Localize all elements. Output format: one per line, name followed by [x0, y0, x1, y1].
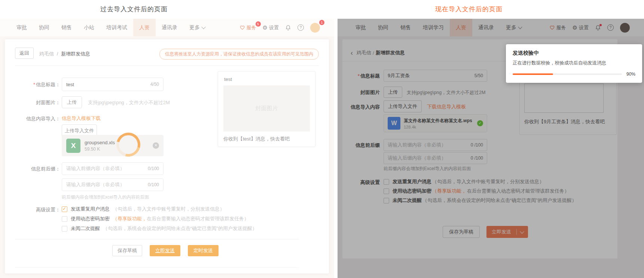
- advanced-label: 高级设置：: [8, 206, 60, 213]
- cover-label: 封面图片：: [8, 99, 60, 106]
- settings-label: 设置: [269, 24, 279, 31]
- back-button[interactable]: 返回: [15, 48, 34, 59]
- send-verify-toast: 发送校验中 正在进行数据校验，校验成功后自动发送消息 90%: [506, 44, 642, 83]
- toast-progress-fill: [513, 73, 553, 75]
- file-name: groupsend.xls: [85, 140, 115, 145]
- file-size: 59.50 K: [85, 146, 115, 152]
- suffix-counter: 0/100: [148, 182, 159, 187]
- nav-item-sales[interactable]: 销售: [55, 19, 78, 36]
- cover-hint: 支持jpg\jpeg\png，文件大小不超过2M: [88, 99, 170, 106]
- gear-icon: ⚙: [263, 25, 268, 30]
- service-heart-icon: [239, 25, 245, 30]
- breadcrumb-page: 新增群发信息: [61, 51, 90, 57]
- nav-item-more[interactable]: 更多: [183, 19, 211, 36]
- more-label: 更多: [189, 24, 200, 31]
- send-scheduled-button[interactable]: 定时发送: [188, 245, 219, 256]
- push-scope-notice: 信息将推送至人力资源应用，请保证接收信息的成员在该应用的可见范围内: [159, 49, 319, 60]
- premium-feature-note: （尊享版功能，: [113, 215, 147, 222]
- breadcrumb-app: 鸡毛信: [39, 51, 54, 57]
- notifications-button[interactable]: [285, 25, 291, 31]
- preview-title: test: [224, 76, 232, 82]
- prefix-placeholder: 请输入前缀内容（非必填）: [66, 165, 125, 172]
- avatar[interactable]: 1: [310, 23, 320, 33]
- left-nav: 审批 协同 销售 小站 培训考试 人资 通讯录 更多 服务 5 ⚙ 设置: [0, 19, 334, 36]
- service-label: 服务: [247, 24, 256, 31]
- excel-file-icon: X: [66, 139, 80, 153]
- prefix-suffix-help: 前后缀内容会增加到Excel导入的内容前后面: [62, 194, 149, 200]
- service-button[interactable]: 服务 5: [239, 24, 256, 31]
- preview-cover-placeholder: 封面图片: [223, 85, 310, 132]
- import-label: 信息内容导入：: [8, 115, 60, 122]
- settings-button[interactable]: ⚙ 设置: [263, 24, 279, 31]
- divider: [15, 66, 319, 66]
- title-counter: 4/50: [150, 82, 159, 87]
- help-button[interactable]: ?: [297, 24, 304, 31]
- prefix-input[interactable]: 请输入前缀内容（非必填） 0/100: [62, 162, 164, 175]
- nav-item-approval[interactable]: 审批: [10, 19, 33, 36]
- progress-track: [513, 73, 622, 75]
- advanced-option-duplicate[interactable]: 发送重复用户消息 （勾选后，导入文件中账号重复时，分别发送信息）: [62, 206, 225, 212]
- advanced-option-remind[interactable]: 未阅二次提醒 （勾选后，系统会在设定的时间给未点击“确定已查阅”的用户发送提醒）: [62, 225, 257, 232]
- form-actions: 保存草稿 立即发送 定时发送: [112, 245, 219, 256]
- chevron-down-icon: [201, 25, 205, 29]
- file-meta: groupsend.xls 59.50 K: [85, 140, 115, 152]
- send-now-button[interactable]: 立即发送: [150, 245, 180, 256]
- bell-icon: [285, 25, 291, 31]
- remove-file-icon[interactable]: [153, 142, 159, 149]
- right-page-title: 现在导入文件后的页面: [435, 5, 503, 13]
- title-input[interactable]: test 4/50: [62, 78, 164, 91]
- checkbox-password[interactable]: [62, 216, 67, 222]
- toast-title: 发送校验中: [513, 50, 635, 57]
- progress-percent: 90%: [626, 72, 635, 77]
- title-value: test: [66, 82, 74, 87]
- nav-item-training-exam[interactable]: 培训考试: [100, 19, 133, 36]
- preview-message: 你收到【test】消息，快去看吧: [223, 136, 290, 142]
- left-page-title: 过去导入文件后的页面: [100, 5, 168, 13]
- toast-description: 正在进行数据校验，校验成功后自动发送消息: [513, 60, 635, 66]
- left-nav-tools: 服务 5 ⚙ 设置 ? 1: [239, 19, 334, 36]
- upload-spinner-icon: [112, 128, 144, 161]
- breadcrumb: 鸡毛信 / 新增群发信息: [39, 51, 90, 57]
- left-page-body: 返回 鸡毛信 / 新增群发信息 信息将推送至人力资源应用，请保证接收信息的成员在…: [0, 36, 334, 278]
- divider: [15, 267, 299, 268]
- nav-item-hr[interactable]: 人资: [133, 19, 156, 36]
- nav-item-station[interactable]: 小站: [78, 19, 100, 36]
- question-icon: ?: [297, 24, 304, 31]
- checkbox-remind[interactable]: [62, 226, 67, 232]
- avatar-badge: 1: [319, 20, 324, 25]
- cover-upload-button[interactable]: 上传: [62, 96, 82, 108]
- cover-watermark: 封面图片: [256, 105, 278, 112]
- advanced-option-password[interactable]: 使用动态密码加密 （尊享版功能， 在后台需要输入动态密码才能管理该群发任务）: [62, 215, 249, 222]
- left-panel: 过去导入文件后的页面 审批 协同 销售 小站 培训考试 人资 通讯录 更多 服务…: [0, 0, 334, 278]
- nav-item-contacts[interactable]: 通讯录: [156, 19, 183, 36]
- suffix-placeholder: 请输入后缀内容（非必填）: [66, 181, 125, 188]
- toast-progress: 90%: [513, 72, 635, 77]
- prefix-suffix-label: 信息前后缀：: [8, 166, 60, 172]
- title-label: *信息标题：: [8, 81, 60, 88]
- divider: [15, 239, 299, 239]
- service-badge: 5: [256, 21, 261, 27]
- checkbox-duplicate[interactable]: [62, 206, 67, 212]
- prefix-counter: 0/100: [148, 166, 159, 171]
- template-download-link[interactable]: 信息导入模板下载: [62, 115, 101, 122]
- suffix-input[interactable]: 请输入后缀内容（非必填） 0/100: [62, 178, 164, 191]
- required-mark: *: [33, 82, 35, 87]
- message-preview-card: test 封面图片 你收到【test】消息，快去看吧: [218, 71, 315, 147]
- uploaded-file-card: X groupsend.xls 59.50 K: [62, 135, 164, 156]
- left-form-card: 返回 鸡毛信 / 新增群发信息 信息将推送至人力资源应用，请保证接收信息的成员在…: [5, 39, 329, 274]
- nav-item-collaboration[interactable]: 协同: [33, 19, 55, 36]
- save-draft-button[interactable]: 保存草稿: [112, 245, 142, 256]
- left-nav-items: 审批 协同 销售 小站 培训考试 人资 通讯录 更多: [0, 19, 211, 36]
- right-panel: 现在导入文件后的页面 审批 协同 销售 培训学习 人资 通讯录 更多 服务 ⚙ …: [338, 0, 644, 278]
